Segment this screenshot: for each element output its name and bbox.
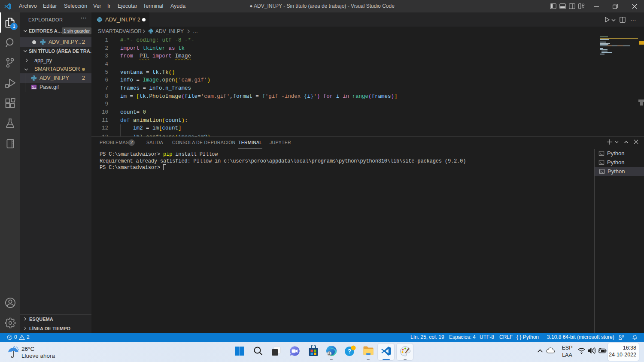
svg-text:?: ? bbox=[348, 348, 352, 355]
